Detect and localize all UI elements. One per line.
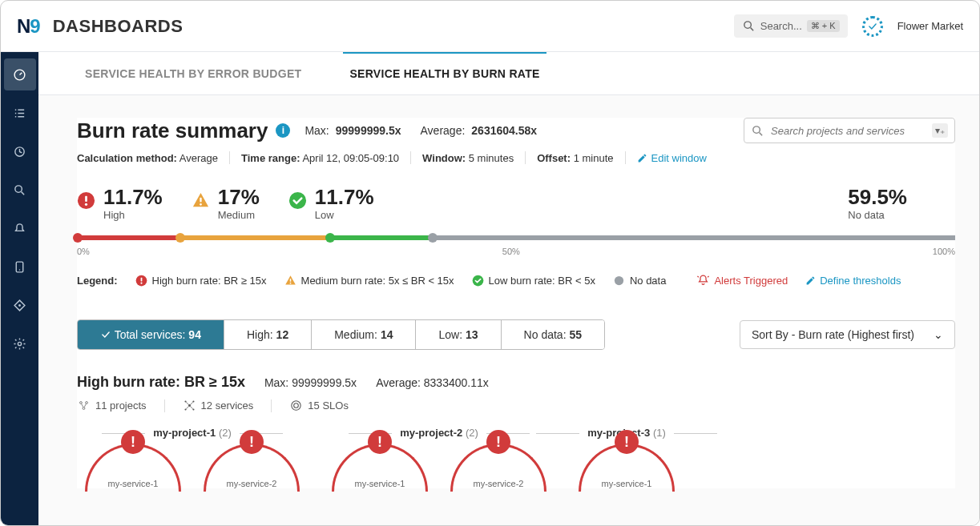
nav-dashboards[interactable] xyxy=(4,58,36,90)
pencil-icon xyxy=(637,153,647,163)
slos-count: 15 SLOs xyxy=(289,399,349,412)
group-max: 99999999.5x xyxy=(292,376,357,389)
time-range-label: Time range: xyxy=(241,152,300,164)
nav-settings[interactable] xyxy=(4,327,36,359)
nav-explore[interactable] xyxy=(4,174,36,206)
service-card[interactable]: !my-service-2 xyxy=(442,444,555,488)
info-icon[interactable]: i xyxy=(276,123,290,138)
chevron-down-icon: ⌄ xyxy=(934,328,943,341)
sidebar xyxy=(1,52,38,525)
offset-value: 1 minute xyxy=(574,152,614,164)
svg-rect-11 xyxy=(16,262,23,272)
pill-low[interactable]: Low:13 xyxy=(416,320,501,349)
high-icon: ! xyxy=(486,430,510,454)
org-name[interactable]: Flower Market xyxy=(897,20,963,32)
magnify-icon xyxy=(13,183,26,197)
medium-icon xyxy=(284,275,296,287)
nodata-icon xyxy=(613,275,625,287)
time-range-value: April 12, 09:05-09:10 xyxy=(302,152,399,164)
search-kbd: ⌘ + K xyxy=(807,20,840,32)
nav-alerts[interactable] xyxy=(4,212,36,244)
alerts-triggered: Alerts Triggered xyxy=(696,274,788,287)
gear-icon xyxy=(13,337,26,351)
svg-point-13 xyxy=(18,304,21,307)
svg-point-23 xyxy=(292,401,300,410)
bell-icon xyxy=(13,222,26,235)
search-icon xyxy=(742,19,756,33)
global-search[interactable]: Search... ⌘ + K xyxy=(734,14,848,38)
project-name: my-project-1 (2) xyxy=(145,427,240,439)
low-icon xyxy=(288,191,307,210)
legend-nodata: No data xyxy=(630,275,667,287)
tick-100: 100% xyxy=(933,247,955,256)
pencil-icon xyxy=(805,275,816,286)
calc-method-label: Calculation method: xyxy=(77,152,177,164)
high-icon: ! xyxy=(121,430,145,454)
logo: N9 xyxy=(17,15,40,38)
diamond-icon xyxy=(13,299,26,312)
svg-point-16 xyxy=(86,402,88,404)
services-count: 12 services xyxy=(183,399,254,412)
legend-title: Legend: xyxy=(77,275,118,287)
high-icon: ! xyxy=(615,430,639,454)
svg-point-14 xyxy=(18,342,21,345)
search-projects[interactable]: ▾₊ xyxy=(744,118,955,143)
group-heading: High burn rate: BR ≥ 15x xyxy=(77,374,245,391)
svg-point-12 xyxy=(19,269,20,270)
nav-target[interactable] xyxy=(4,135,36,167)
project-group: my-project-2 (2)!my-service-1!my-service… xyxy=(324,427,555,488)
project-group: my-project-3 (1)!my-service-1 xyxy=(571,427,683,488)
nodata-pct: 59.5% xyxy=(848,187,907,207)
service-card[interactable]: !my-service-2 xyxy=(196,444,308,488)
project-name: my-project-2 (2) xyxy=(392,427,486,439)
tick-50: 50% xyxy=(502,247,520,256)
services-icon xyxy=(183,399,196,412)
define-thresholds-link[interactable]: Define thresholds xyxy=(805,275,901,287)
medium-icon xyxy=(192,191,210,210)
tabs: SERVICE HEALTH BY ERROR BUDGET SERVICE H… xyxy=(38,52,979,95)
avg-value: 2631604.58x xyxy=(471,124,537,137)
window-label: Window: xyxy=(422,152,466,164)
section-heading: Burn rate summary xyxy=(77,118,268,143)
nav-reports[interactable] xyxy=(4,251,36,283)
status-indicator-icon[interactable] xyxy=(862,16,883,37)
list-icon xyxy=(13,106,26,120)
group-avg: 8333400.11x xyxy=(424,376,489,389)
pill-nodata[interactable]: No data:55 xyxy=(502,320,605,349)
high-icon: ! xyxy=(240,430,264,454)
med-label: Medium xyxy=(218,209,260,221)
pill-high[interactable]: High:12 xyxy=(224,320,312,349)
check-icon xyxy=(100,329,111,340)
service-card[interactable]: !my-service-1 xyxy=(571,444,683,488)
filter-icon[interactable]: ▾₊ xyxy=(932,123,948,138)
low-pct: 11.7% xyxy=(315,187,374,207)
page-title: DASHBOARDS xyxy=(53,16,183,37)
alert-bell-icon xyxy=(696,274,710,287)
distribution-bar xyxy=(77,235,955,240)
device-icon xyxy=(13,260,26,274)
pill-total[interactable]: Total services:94 xyxy=(78,320,224,349)
search-icon xyxy=(751,124,764,138)
sort-dropdown[interactable]: Sort By - Burn rate (Highest first)⌄ xyxy=(740,320,955,349)
search-projects-input[interactable] xyxy=(771,125,926,137)
legend-low: Low burn rate: BR < 5x xyxy=(489,275,595,287)
pill-medium[interactable]: Medium:14 xyxy=(312,320,416,349)
high-icon xyxy=(77,191,95,210)
projects-icon xyxy=(77,399,91,412)
slo-icon xyxy=(289,399,303,412)
svg-point-24 xyxy=(294,404,299,408)
nav-integrations[interactable] xyxy=(4,289,36,321)
high-pct: 11.7% xyxy=(103,187,163,207)
edit-window-link[interactable]: Edit window xyxy=(637,152,707,164)
target-icon xyxy=(13,145,26,159)
high-label: High xyxy=(103,209,163,221)
avg-label: Average: xyxy=(421,124,466,137)
service-card[interactable]: !my-service-1 xyxy=(77,444,189,488)
nodata-label: No data xyxy=(848,209,907,221)
search-placeholder: Search... xyxy=(760,20,802,32)
tab-error-budget[interactable]: SERVICE HEALTH BY ERROR BUDGET xyxy=(85,52,301,94)
service-card[interactable]: !my-service-1 xyxy=(324,444,436,488)
high-icon: ! xyxy=(368,430,392,454)
nav-list[interactable] xyxy=(4,97,36,129)
tab-burn-rate[interactable]: SERVICE HEALTH BY BURN RATE xyxy=(349,52,539,94)
